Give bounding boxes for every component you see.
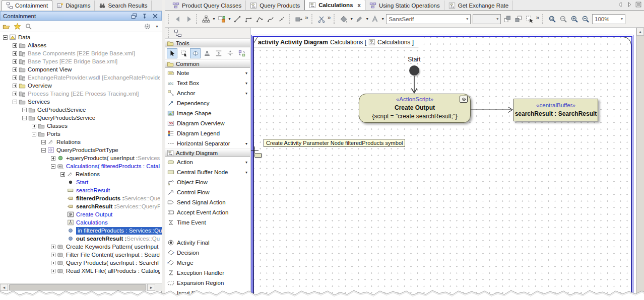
palette-item-control-flow[interactable]: Control Flow xyxy=(165,187,250,197)
distribute-tool[interactable] xyxy=(213,48,224,58)
line-oblique-button[interactable] xyxy=(254,14,265,25)
tree-item-calculations[interactable]: Calculations xyxy=(0,218,160,227)
tree-item-create-output[interactable]: Create Output xyxy=(0,210,160,218)
toolbar-overflow-chevron[interactable]: » xyxy=(328,14,331,21)
line-color-button[interactable] xyxy=(354,14,365,25)
diagram-tab-product-query-classes[interactable]: Product Query Classes xyxy=(168,1,246,10)
send-backward-button[interactable] xyxy=(513,14,524,25)
dropdown-arrow-icon[interactable]: ▾ xyxy=(365,17,369,21)
tree-expander-plus-icon[interactable] xyxy=(51,156,55,161)
cut-button[interactable] xyxy=(316,14,327,25)
tree-item-searchresult[interactable]: searchResult : Services::QueryPro xyxy=(0,202,160,210)
tree-item-relations[interactable]: Relations xyxy=(0,170,160,178)
font-combo[interactable]: SansSerif▾ xyxy=(386,14,471,24)
tree-item-services[interactable]: Services xyxy=(0,98,160,106)
tree-expander-plus-icon[interactable] xyxy=(51,245,55,249)
marquee-selection-tool[interactable] xyxy=(178,48,189,58)
central-buffer-node[interactable]: «centralBuffer» searchResult : SearchRes… xyxy=(513,99,598,121)
tree-item-queryproductsservice[interactable]: QueryProductsService xyxy=(0,114,160,122)
tree-expander-plus-icon[interactable] xyxy=(60,172,65,177)
palette-item-image-shape[interactable]: Image Shape xyxy=(165,108,250,118)
palette-containment-button[interactable] xyxy=(172,28,183,39)
tree-expander-plus-icon[interactable] xyxy=(13,84,17,88)
line-straight-button[interactable] xyxy=(232,14,243,25)
tree-expander-plus-icon[interactable] xyxy=(13,51,17,56)
action-node-create-output[interactable]: «ActionScript» Create Output {script = "… xyxy=(359,94,471,123)
tab-close-icon[interactable]: x xyxy=(358,2,361,8)
tree-item-create-keywords-pattern-userinput[interactable]: Create Keywords Pattern( userInput : xyxy=(0,243,160,251)
tree-expander-plus-icon[interactable] xyxy=(22,108,27,112)
dropdown-arrow-icon[interactable]: ▾ xyxy=(227,17,232,21)
palette-item-note[interactable]: Note▾ xyxy=(165,68,250,78)
tree-item-relations[interactable]: Relations xyxy=(0,138,160,146)
tree-expander-plus-icon[interactable] xyxy=(13,59,17,64)
tree-expander-plus-icon[interactable] xyxy=(13,43,17,48)
dropdown-arrow-icon[interactable]: ▾ xyxy=(245,291,247,295)
settings-icon[interactable] xyxy=(144,23,151,30)
tree-expander-plus-icon[interactable] xyxy=(13,67,17,72)
dropdown-arrow-icon[interactable]: ▾ xyxy=(245,71,247,76)
line-curved-button[interactable] xyxy=(265,14,276,25)
tree-expander-minus-icon[interactable] xyxy=(13,100,17,104)
toolbar-overflow-chevron[interactable]: » xyxy=(305,14,308,21)
palette-item-accept-event-action[interactable]: Accept Event Action xyxy=(165,207,250,217)
tree-item-process-tracing-e2e-process-tracing-xml[interactable]: Process Tracing [E2E Process Tracing.xml… xyxy=(0,90,160,98)
fill-color-button[interactable] xyxy=(338,14,349,25)
zoom-fit-button[interactable] xyxy=(558,14,569,25)
browser-tab-search-results[interactable]: Search Results xyxy=(95,1,152,11)
tree-item-calculations-filteredproducts-catalog[interactable]: Calculations( filteredProducts : Catalog xyxy=(0,162,160,170)
dropdown-arrow-icon[interactable]: ▾ xyxy=(212,17,216,21)
scroll-up-button[interactable]: ▴ xyxy=(636,28,644,36)
zoom-region-button[interactable] xyxy=(547,14,558,25)
palette-item-exception-handler[interactable]: Exception Handler xyxy=(165,268,250,278)
palette-item-merge[interactable]: Merge xyxy=(165,258,250,268)
palette-item-action[interactable]: Action▾ xyxy=(165,157,250,167)
palette-group-tools[interactable]: Tools xyxy=(165,39,250,47)
tree-item-classes[interactable]: Classes xyxy=(0,122,160,130)
palette-group-common[interactable]: Common xyxy=(165,59,250,68)
palette-item-send-signal-action[interactable]: Send Signal Action xyxy=(165,197,250,207)
select-tool[interactable] xyxy=(167,48,177,58)
close-icon[interactable] xyxy=(152,13,159,20)
palette-item-object-flow[interactable]: Object Flow xyxy=(165,177,250,187)
tree-item-start[interactable]: Start xyxy=(0,178,160,186)
tree-item-searchresult[interactable]: searchResult xyxy=(0,186,160,194)
tree-expander-plus-icon[interactable] xyxy=(51,261,55,265)
tree-item-out-searchresult[interactable]: out searchResult : Services::Quer xyxy=(0,235,160,243)
tree-expander-minus-icon[interactable] xyxy=(32,132,36,136)
back-button[interactable] xyxy=(172,14,183,25)
diagram-tab-query-products[interactable]: Query Products xyxy=(246,1,304,10)
zoom-out-button[interactable] xyxy=(580,14,591,25)
tab-next-icon[interactable] xyxy=(626,1,633,8)
tree-horizontal-scrollbar[interactable]: ◂ ▸ xyxy=(0,283,162,291)
scrollbar-thumb[interactable] xyxy=(9,284,146,290)
dropdown-arrow-icon[interactable]: ▾ xyxy=(349,17,354,21)
palette-drag-handle[interactable] xyxy=(168,28,170,38)
tree-expander-plus-icon[interactable] xyxy=(13,76,17,80)
quick-layout-button[interactable] xyxy=(216,14,227,25)
sticky-drawing-tool[interactable] xyxy=(190,48,201,58)
diagram-tab-calculations[interactable]: Calculationsx xyxy=(304,0,365,10)
tree-expander-minus-icon[interactable] xyxy=(51,164,55,169)
canvas-vertical-scrollbar[interactable]: ▴ xyxy=(636,28,644,300)
tree-item-component-view[interactable]: Component View xyxy=(0,65,160,73)
palette-item-decision[interactable]: Decision xyxy=(165,248,250,258)
open-icon[interactable] xyxy=(3,23,10,30)
dropdown-arrow-icon[interactable]: ▾ xyxy=(245,91,247,96)
palette-item-diagram-legend[interactable]: Diagram Legend xyxy=(165,128,250,138)
tree-item-overview[interactable]: Overview xyxy=(0,82,160,90)
tree-expander-plus-icon[interactable] xyxy=(51,253,55,257)
scroll-left-button[interactable]: ◂ xyxy=(0,284,8,291)
zoom-combo[interactable]: 100%▾ xyxy=(592,14,625,24)
layout-tree-button[interactable] xyxy=(201,14,212,25)
diagram-tab-using-static-operations[interactable]: Using Static Operations xyxy=(365,1,444,10)
tree-expander-minus-icon[interactable] xyxy=(22,116,27,120)
tree-item-filteredproducts[interactable]: filteredProducts : Services::Query xyxy=(0,194,160,202)
dropdown-arrow-icon[interactable]: ▾ xyxy=(245,170,247,175)
palette-item-expansion-region[interactable]: Expansion Region xyxy=(165,278,250,288)
tree-expander-plus-icon[interactable] xyxy=(51,269,55,273)
dropdown-arrow-icon[interactable]: ▾ xyxy=(245,81,247,86)
search-icon[interactable] xyxy=(25,23,32,30)
initial-node[interactable] xyxy=(409,65,419,76)
font-color-button[interactable] xyxy=(369,14,380,25)
